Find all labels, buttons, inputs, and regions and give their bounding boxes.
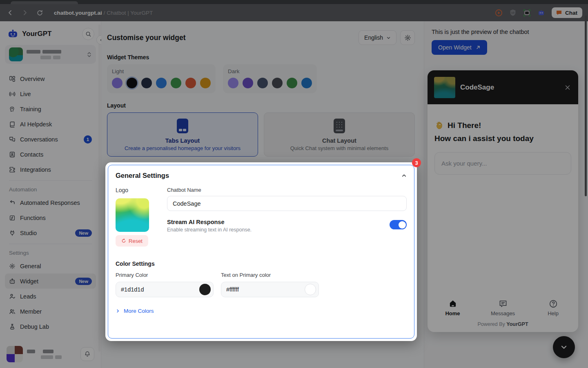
general-settings-body: Logo Reset Chatbot Name Stream AI Respon… xyxy=(116,187,407,247)
primary-color-input-box[interactable] xyxy=(116,282,214,297)
general-settings-title: General Settings xyxy=(116,172,401,180)
general-settings-spotlight: 3 General Settings Logo Reset Chatbot Na… xyxy=(105,162,417,341)
logo-column: Logo Reset xyxy=(116,187,158,247)
reset-icon xyxy=(121,238,126,243)
stream-ai-toggle[interactable] xyxy=(390,220,407,229)
text-on-primary-input-box[interactable] xyxy=(221,282,319,297)
app-screen: chatbot.yourgpt.ai / Chatbot | YourGPT L… xyxy=(0,0,588,368)
stream-ai-title: Stream AI Response xyxy=(167,219,390,225)
color-settings-title: Color Settings xyxy=(116,260,407,267)
logo-label: Logo xyxy=(116,187,158,193)
text-on-primary-field: Text on Primary color xyxy=(221,272,319,297)
text-on-primary-label: Text on Primary color xyxy=(221,272,319,278)
stream-ai-row: Stream AI Response Enable streaming text… xyxy=(167,219,407,233)
chatbot-logo-image[interactable] xyxy=(116,198,149,232)
reset-label: Reset xyxy=(129,238,143,244)
toggle-knob xyxy=(399,221,406,229)
stream-ai-text: Stream AI Response Enable streaming text… xyxy=(167,219,390,233)
primary-color-swatch[interactable] xyxy=(199,284,211,295)
more-colors-link[interactable]: More Colors xyxy=(116,308,407,314)
general-settings-header[interactable]: General Settings xyxy=(116,172,407,180)
primary-color-input[interactable] xyxy=(121,286,199,293)
chevron-up-icon[interactable] xyxy=(401,173,407,178)
text-on-primary-input[interactable] xyxy=(226,286,305,293)
general-settings-panel: General Settings Logo Reset Chatbot Name xyxy=(108,165,414,339)
stream-ai-desc: Enable streaming text in AI response. xyxy=(167,227,390,233)
more-colors-label: More Colors xyxy=(124,308,154,314)
logo-reset-button[interactable]: Reset xyxy=(116,235,148,247)
text-on-primary-swatch[interactable] xyxy=(305,284,316,295)
fields-column: Chatbot Name Stream AI Response Enable s… xyxy=(158,187,407,247)
color-settings-section: Color Settings Primary Color Text on Pri… xyxy=(116,260,407,314)
chatbot-name-input[interactable] xyxy=(167,196,407,211)
chatbot-name-label: Chatbot Name xyxy=(167,187,407,193)
primary-color-field: Primary Color xyxy=(116,272,214,297)
chevron-right-icon xyxy=(116,309,120,313)
primary-color-label: Primary Color xyxy=(116,272,214,278)
